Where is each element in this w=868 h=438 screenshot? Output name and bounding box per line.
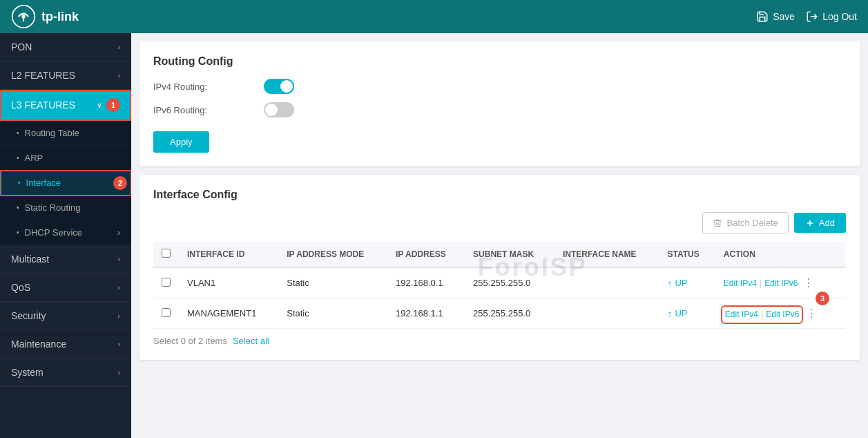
table-header-row: INTERFACE ID IP ADDRESS MODE IP ADDRESS …	[153, 242, 846, 267]
col-ip-mode: IP ADDRESS MODE	[278, 242, 387, 267]
col-interface-name: INTERFACE NAME	[554, 242, 659, 267]
header-actions: Save Log Out	[756, 10, 857, 23]
cell-interface-name	[554, 298, 659, 329]
dot-icon: •	[17, 154, 19, 162]
logout-icon	[806, 10, 818, 23]
sidebar-item-qos[interactable]: QoS ›	[0, 274, 131, 302]
sidebar-item-security[interactable]: Security ›	[0, 302, 131, 330]
cell-subnet-mask: 255.255.255.0	[465, 298, 554, 329]
plus-icon	[805, 218, 815, 228]
routing-config-title: Routing Config	[153, 55, 846, 68]
sidebar-submenu-l3: • Routing Table • ARP • Interface 2 • St…	[0, 121, 131, 245]
edit-ipv6-link-row1[interactable]: Edit IPv6	[764, 278, 798, 288]
table-footer: Select 0 of 2 items Select all	[153, 336, 846, 346]
up-arrow-icon: ↑	[667, 278, 672, 289]
dot-icon: •	[18, 179, 21, 187]
select-count-text: Select 0 of 2 items	[153, 336, 227, 346]
sidebar-system-label: System	[11, 367, 44, 378]
interface-config-section: Interface Config ForoISP Batch Delete	[139, 175, 860, 360]
save-button[interactable]: Save	[756, 10, 795, 23]
select-all-link[interactable]: Select all	[233, 336, 269, 346]
main-layout: PON › L2 FEATURES › L3 FEATURES ∨ 1 • Ro…	[0, 33, 868, 438]
header: tp-link Save Log Out	[0, 0, 868, 33]
apply-button[interactable]: Apply	[153, 131, 209, 153]
col-subnet-mask: SUBNET MASK	[465, 242, 554, 267]
sidebar-item-static-routing[interactable]: • Static Routing	[0, 196, 131, 220]
cell-status: ↑ UP	[659, 267, 715, 298]
add-label: Add	[819, 218, 835, 228]
logout-button[interactable]: Log Out	[806, 10, 857, 23]
add-button[interactable]: Add	[794, 213, 846, 233]
sidebar-item-l2features[interactable]: L2 FEATURES ›	[0, 61, 131, 90]
section-toolbar: Batch Delete Add	[153, 212, 846, 234]
ipv6-routing-label: IPv6 Routing:	[153, 105, 264, 115]
cell-interface-name	[554, 267, 659, 298]
row-checkbox-cell	[153, 298, 179, 329]
sidebar-routing-table-label: Routing Table	[25, 128, 79, 138]
cell-action-row2: Edit IPv4 | Edit IPv6 3 ⋮	[715, 298, 846, 329]
col-status: STATUS	[659, 242, 715, 267]
cell-ip-address: 192.168.1.1	[387, 298, 465, 329]
edit-ipv6-link-row2[interactable]: Edit IPv6	[766, 310, 799, 319]
cell-ip-mode: Static	[278, 267, 387, 298]
sidebar-item-pon[interactable]: PON ›	[0, 33, 131, 61]
table-row: MANAGEMENT1 Static 192.168.1.1 255.255.2…	[153, 298, 846, 329]
more-options-row1[interactable]: ⋮	[800, 275, 817, 291]
sidebar-item-maintenance[interactable]: Maintenance ›	[0, 330, 131, 359]
content: Routing Config IPv4 Routing: IPv6 Routin…	[131, 33, 868, 438]
save-label: Save	[773, 11, 795, 22]
col-interface-id: INTERFACE ID	[179, 242, 278, 267]
sidebar-item-dhcp-service[interactable]: • DHCP Service ›	[0, 220, 131, 245]
up-arrow-icon: ↑	[667, 308, 672, 319]
cell-ip-mode: Static	[278, 298, 387, 329]
sidebar-security-label: Security	[11, 310, 46, 321]
sidebar: PON › L2 FEATURES › L3 FEATURES ∨ 1 • Ro…	[0, 33, 131, 438]
edit-ipv4-link-row1[interactable]: Edit IPv4	[724, 278, 757, 288]
cell-interface-id: VLAN1	[179, 267, 278, 298]
dot-icon: •	[17, 129, 19, 137]
sidebar-arp-label: ARP	[25, 153, 44, 163]
dot-icon: •	[17, 229, 19, 236]
save-icon	[756, 10, 769, 23]
sidebar-item-multicast[interactable]: Multicast ›	[0, 245, 131, 274]
ipv4-routing-row: IPv4 Routing:	[153, 79, 846, 94]
chevron-right-icon: ›	[117, 43, 120, 51]
chevron-right-icon: ›	[117, 227, 120, 238]
sidebar-item-routing-table[interactable]: • Routing Table	[0, 121, 131, 146]
sidebar-multicast-label: Multicast	[11, 254, 49, 265]
sidebar-item-interface[interactable]: • Interface 2	[0, 171, 131, 196]
sidebar-item-arp[interactable]: • ARP	[0, 146, 131, 171]
toggle-circle	[265, 104, 278, 116]
cell-ip-address: 192.168.0.1	[387, 267, 465, 298]
select-all-checkbox[interactable]	[162, 249, 171, 258]
interface-badge: 2	[113, 176, 127, 190]
ipv4-routing-label: IPv4 Routing:	[153, 82, 264, 92]
sidebar-item-l2features-label: L2 FEATURES	[11, 70, 75, 81]
status-text: UP	[675, 278, 687, 288]
sidebar-dhcp-label: DHCP Service	[25, 227, 83, 238]
cell-status: ↑ UP	[659, 298, 715, 329]
batch-delete-label: Batch Delete	[726, 218, 778, 228]
sidebar-maintenance-label: Maintenance	[11, 339, 66, 350]
ipv6-routing-toggle[interactable]	[264, 102, 294, 117]
interface-table: INTERFACE ID IP ADDRESS MODE IP ADDRESS …	[153, 242, 846, 329]
table-row: VLAN1 Static 192.168.0.1 255.255.255.0 ↑…	[153, 267, 846, 298]
status-text: UP	[675, 308, 687, 318]
sidebar-item-system[interactable]: System ›	[0, 359, 131, 387]
chevron-right-icon: ›	[117, 368, 120, 377]
ipv4-routing-toggle[interactable]	[264, 79, 294, 94]
logo-text: tp-link	[41, 10, 79, 24]
row-checkbox[interactable]	[162, 308, 171, 317]
col-ip-address: IP ADDRESS	[387, 242, 465, 267]
batch-delete-button[interactable]: Batch Delete	[702, 212, 788, 234]
more-options-row2[interactable]: ⋮	[803, 305, 820, 321]
sidebar-item-l3features-label: L3 FEATURES	[11, 99, 75, 111]
edit-ipv4-link-row2[interactable]: Edit IPv4	[725, 310, 758, 319]
sidebar-qos-label: QoS	[11, 282, 30, 293]
row-checkbox[interactable]	[162, 278, 171, 287]
chevron-right-icon: ›	[117, 71, 120, 79]
action-badge: 3	[816, 292, 829, 305]
tp-link-logo	[11, 4, 36, 29]
sidebar-item-l3features[interactable]: L3 FEATURES ∨ 1	[0, 90, 131, 121]
logo: tp-link	[11, 4, 79, 29]
